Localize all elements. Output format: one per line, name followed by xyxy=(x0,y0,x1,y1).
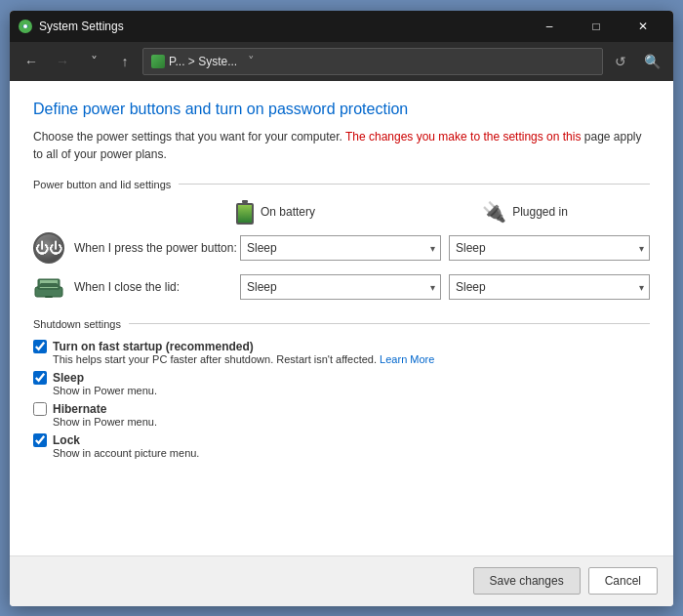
breadcrumb-text: P... > Syste... xyxy=(169,55,237,68)
address-field[interactable]: P... > Syste... ˅ xyxy=(142,48,603,75)
app-icon xyxy=(18,19,33,34)
main-window: System Settings – □ ✕ ← → ˅ ↑ P... > Sys… xyxy=(10,11,673,606)
power-button-icon: ⏻ xyxy=(33,232,64,264)
hibernate-item: Hibernate Show in Power menu. xyxy=(33,402,650,428)
hibernate-text: Hibernate xyxy=(53,402,106,416)
page-description: Choose the power settings that you want … xyxy=(33,128,650,163)
power-button-selects: Sleep Do nothing Hibernate Shut down Tur… xyxy=(240,235,650,261)
save-changes-button[interactable]: Save changes xyxy=(473,567,581,595)
address-bar: ← → ˅ ↑ P... > Syste... ˅ ↺ 🔍 xyxy=(10,42,673,81)
minimize-button[interactable]: – xyxy=(527,11,572,42)
refresh-button[interactable]: ↺ xyxy=(607,48,634,75)
lock-item: Lock Show in account picture menu. xyxy=(33,433,650,459)
power-plugged-select-wrap: Sleep Do nothing Hibernate Shut down Tur… xyxy=(449,235,650,261)
maximize-button[interactable]: □ xyxy=(574,11,619,42)
lock-desc: Show in account picture menu. xyxy=(53,447,650,459)
close-button[interactable]: ✕ xyxy=(621,11,665,42)
cancel-button[interactable]: Cancel xyxy=(588,567,658,595)
plug-icon: 🔌 xyxy=(482,200,506,224)
lock-label[interactable]: Lock xyxy=(33,433,650,447)
search-button[interactable]: 🔍 xyxy=(638,48,665,75)
battery-icon xyxy=(235,200,255,225)
power-button-row: ⏻ When I press the power button: Sleep D… xyxy=(33,232,650,264)
forward-button[interactable]: → xyxy=(49,48,76,75)
sleep-desc: Show in Power menu. xyxy=(53,385,650,396)
window-controls: – □ ✕ xyxy=(527,11,665,42)
lid-battery-select[interactable]: Sleep Do nothing Hibernate Shut down Tur… xyxy=(240,274,441,300)
power-plugged-select[interactable]: Sleep Do nothing Hibernate Shut down Tur… xyxy=(449,235,650,261)
fast-startup-checkbox[interactable] xyxy=(33,340,47,353)
main-content: Define power buttons and turn on passwor… xyxy=(10,81,673,555)
power-table: On battery 🔌 Plugged in ⏻ When I press t… xyxy=(33,200,650,303)
lid-icon xyxy=(33,271,64,303)
title-bar: System Settings – □ ✕ xyxy=(10,11,673,42)
fast-startup-desc: This helps start your PC faster after sh… xyxy=(53,353,650,365)
power-battery-select[interactable]: Sleep Do nothing Hibernate Shut down Tur… xyxy=(240,235,441,261)
hibernate-label[interactable]: Hibernate xyxy=(33,402,650,416)
shutdown-section: Shutdown settings Turn on fast startup (… xyxy=(33,318,650,459)
dropdown-button[interactable]: ˅ xyxy=(80,48,107,75)
lid-plugged-select[interactable]: Sleep Do nothing Hibernate Shut down Tur… xyxy=(449,274,650,300)
lid-battery-select-wrap: Sleep Do nothing Hibernate Shut down Tur… xyxy=(240,274,441,300)
svg-rect-6 xyxy=(45,296,53,298)
fast-startup-learn-more[interactable]: Learn More xyxy=(380,353,434,365)
lock-checkbox[interactable] xyxy=(33,433,47,447)
power-battery-select-wrap: Sleep Do nothing Hibernate Shut down Tur… xyxy=(240,235,441,261)
svg-point-1 xyxy=(23,24,27,28)
lid-row: When I close the lid: Sleep Do nothing H… xyxy=(33,271,650,303)
svg-marker-5 xyxy=(37,283,60,287)
page-title: Define power buttons and turn on passwor… xyxy=(33,101,650,118)
hibernate-checkbox[interactable] xyxy=(33,402,47,416)
window-title: System Settings xyxy=(39,20,527,33)
fast-startup-text: Turn on fast startup (recommended) xyxy=(53,340,254,353)
shutdown-section-header: Shutdown settings xyxy=(33,318,650,330)
sleep-text: Sleep xyxy=(53,371,84,385)
footer: Save changes Cancel xyxy=(10,555,673,606)
battery-column-header: On battery xyxy=(150,200,400,225)
lid-selects: Sleep Do nothing Hibernate Shut down Tur… xyxy=(240,274,650,300)
laptop-icon xyxy=(33,273,64,301)
desc-highlight: The changes you make to the settings on … xyxy=(345,130,581,144)
back-button[interactable]: ← xyxy=(18,48,45,75)
power-section-header: Power button and lid settings xyxy=(33,179,650,190)
power-button-label: When I press the power button: xyxy=(74,241,240,255)
power-symbol: ⏻ xyxy=(35,240,49,256)
lock-text: Lock xyxy=(53,433,80,447)
desc-start: Choose the power settings that you want … xyxy=(33,130,342,144)
up-button[interactable]: ↑ xyxy=(111,48,139,75)
sleep-label[interactable]: Sleep xyxy=(33,371,650,385)
fast-startup-label[interactable]: Turn on fast startup (recommended) xyxy=(33,340,650,353)
plugged-column-header: 🔌 Plugged in xyxy=(400,200,650,224)
fast-startup-item: Turn on fast startup (recommended) This … xyxy=(33,340,650,365)
breadcrumb-icon xyxy=(151,55,165,68)
power-table-header: On battery 🔌 Plugged in xyxy=(33,200,650,225)
sleep-item: Sleep Show in Power menu. xyxy=(33,371,650,396)
lid-label: When I close the lid: xyxy=(74,280,240,294)
sleep-checkbox[interactable] xyxy=(33,371,47,385)
lid-plugged-select-wrap: Sleep Do nothing Hibernate Shut down Tur… xyxy=(449,274,650,300)
breadcrumb-dropdown[interactable]: ˅ xyxy=(241,48,261,75)
hibernate-desc: Show in Power menu. xyxy=(53,416,650,428)
